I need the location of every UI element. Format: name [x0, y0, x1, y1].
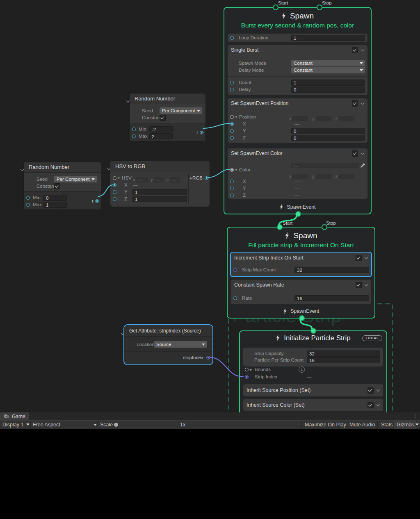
bounds-port[interactable]: [245, 368, 249, 371]
delay-field[interactable]: 0: [291, 86, 365, 93]
node-spawn-burst[interactable]: Start Stop Spawn Burst every second & ra…: [224, 7, 372, 214]
chevron-down-icon[interactable]: [361, 48, 364, 52]
loop-duration-field[interactable]: 1: [291, 35, 365, 41]
location-dropdown[interactable]: Source: [154, 341, 207, 348]
node-initialize-particle-strip[interactable]: Initialize Particle Strip LOCAL Strip Ca…: [239, 330, 387, 412]
node-random-number-1[interactable]: Random Number SeedPer Component Constant…: [129, 93, 206, 141]
y-label: Y: [243, 127, 246, 134]
stop-anchor-label: Stop: [322, 0, 332, 5]
spawn-mode-dropdown[interactable]: Constant: [291, 60, 365, 66]
separator: [393, 421, 393, 429]
position-y-port[interactable]: [230, 129, 234, 133]
chevron-down-icon[interactable]: [121, 332, 124, 335]
enabled-checkbox[interactable]: [368, 387, 374, 394]
enabled-checkbox[interactable]: [368, 402, 374, 408]
constant-checkbox-unchecked[interactable]: [160, 115, 166, 121]
rate-port[interactable]: [233, 296, 237, 300]
chevron-down-icon[interactable]: [107, 167, 110, 171]
tab-game[interactable]: Game: [0, 412, 29, 420]
scale-slider-track[interactable]: [116, 425, 176, 425]
position-port[interactable]: [230, 115, 234, 119]
chevron-down-icon[interactable]: [365, 283, 368, 287]
enabled-checkbox[interactable]: [356, 282, 362, 288]
expander-right-icon[interactable]: ▶: [250, 366, 252, 373]
inherit-source-position-block[interactable]: Inherit Source Position (Set): [243, 384, 383, 396]
delay-port[interactable]: [230, 88, 234, 91]
increment-strip-index-block[interactable]: Increment Strip Index On Start Strip Max…: [231, 253, 371, 276]
count-port[interactable]: [230, 81, 234, 84]
constant-checkbox-unchecked[interactable]: [54, 183, 60, 189]
chevron-down-icon[interactable]: [377, 389, 380, 392]
constant-spawn-rate-block[interactable]: Constant Spawn Rate Rate16: [231, 280, 371, 304]
graph-canvas[interactable]: Particle Strip Start Stop Spawn Burst ev…: [0, 0, 420, 412]
color-y-port[interactable]: [230, 187, 234, 190]
mute-audio-button[interactable]: Mute Audio: [347, 421, 378, 429]
stripindex-output-port[interactable]: [206, 356, 210, 360]
node-random-number-2[interactable]: Random Number SeedPer Component Constant…: [23, 162, 101, 210]
aspect-dropdown[interactable]: Free Aspect: [30, 421, 99, 429]
chevron-down-icon[interactable]: [361, 102, 364, 105]
count-field[interactable]: 1: [291, 80, 365, 86]
color-x-port[interactable]: [230, 180, 234, 183]
particle-per-strip-field[interactable]: 16: [307, 357, 380, 363]
z-field[interactable]: 0: [291, 135, 365, 141]
hsv-y-port[interactable]: [113, 190, 116, 194]
seed-dropdown[interactable]: Per Component: [54, 176, 97, 182]
node-spawn-strip[interactable]: Start Stop Spawn Fill particle strip & I…: [227, 227, 375, 319]
stop-flow-port[interactable]: [322, 224, 327, 230]
node-get-attribute-stripindex[interactable]: Get Attribute: stripIndex (Source) Locat…: [124, 325, 212, 364]
r-output-port[interactable]: [95, 199, 99, 203]
hsv-z-port[interactable]: [113, 197, 116, 201]
scale-slider-handle[interactable]: [114, 423, 118, 427]
loop-duration-block: Loop Duration 1: [228, 34, 368, 42]
enabled-checkbox[interactable]: [352, 47, 358, 53]
strip-capacity-field[interactable]: 32: [307, 351, 380, 357]
loop-duration-port[interactable]: [230, 36, 234, 40]
single-burst-block[interactable]: Single Burst Spawn ModeConstant Delay Mo…: [228, 45, 368, 95]
y-field[interactable]: 1: [132, 189, 187, 195]
chevron-down-icon[interactable]: [361, 152, 364, 155]
enabled-checkbox[interactable]: [352, 150, 358, 157]
r-output-port[interactable]: [200, 131, 203, 134]
node-hsv-to-rgb[interactable]: HSV to RGB ▼ HSV x— y— z— X— Y1 Z1 ▶ RGB: [110, 161, 210, 207]
seed-dropdown[interactable]: Per Component: [160, 107, 202, 114]
position-x-port[interactable]: [230, 122, 234, 126]
display-dropdown[interactable]: Display 1: [0, 421, 32, 429]
strip-index-value: —: [307, 373, 312, 380]
enabled-checkbox[interactable]: [352, 100, 358, 107]
start-flow-port[interactable]: [273, 5, 278, 10]
chevron-down-icon[interactable]: [365, 256, 368, 260]
hsv-x-port[interactable]: [113, 183, 116, 187]
input-flow-port[interactable]: [310, 328, 316, 334]
delay-mode-dropdown[interactable]: Constant: [291, 67, 365, 73]
enabled-checkbox[interactable]: [356, 255, 362, 261]
maximize-on-play-button[interactable]: Maximize On Play: [302, 421, 349, 429]
local-space-icon[interactable]: L: [299, 366, 305, 373]
strip-index-port[interactable]: [245, 375, 249, 379]
gizmos-dropdown-arrow[interactable]: [413, 421, 420, 429]
chevron-down-icon[interactable]: [377, 403, 380, 407]
chevron-down-icon[interactable]: [21, 168, 24, 171]
kebab-menu-icon[interactable]: ⋮: [413, 413, 418, 419]
start-flow-port[interactable]: [277, 224, 283, 230]
spawnevent-output-port[interactable]: [295, 211, 301, 217]
spawnevent-output-port[interactable]: [299, 315, 305, 321]
stop-flow-port[interactable]: [317, 5, 322, 10]
strip-max-count-port[interactable]: [233, 268, 237, 272]
y-field[interactable]: 0: [291, 128, 365, 134]
z-field[interactable]: 1: [132, 196, 187, 202]
set-spawnevent-color-block[interactable]: Set SpawnEvent Color — ▼ Color x— y— z— …: [228, 148, 368, 199]
color-z-port[interactable]: [230, 193, 234, 197]
node-title: Random Number: [24, 162, 101, 173]
game-view-toolbar: Display 1 Free Aspect Scale 1x Maximize …: [0, 420, 420, 429]
rgb-output-port[interactable]: [205, 176, 208, 180]
position-z-port[interactable]: [230, 136, 234, 140]
set-spawnevent-position-block[interactable]: Set SpawnEvent Position ▼ Position x— y—…: [228, 98, 368, 143]
rate-field[interactable]: 16: [294, 295, 369, 301]
inherit-source-color-block[interactable]: Inherit Source Color (Set): [243, 399, 383, 411]
local-space-badge[interactable]: LOCAL: [362, 335, 382, 341]
bounds-field[interactable]: [307, 372, 380, 372]
expander-down-icon[interactable]: ▼: [235, 114, 237, 121]
chevron-down-icon[interactable]: [126, 100, 130, 103]
strip-max-count-field[interactable]: 32: [294, 267, 369, 273]
